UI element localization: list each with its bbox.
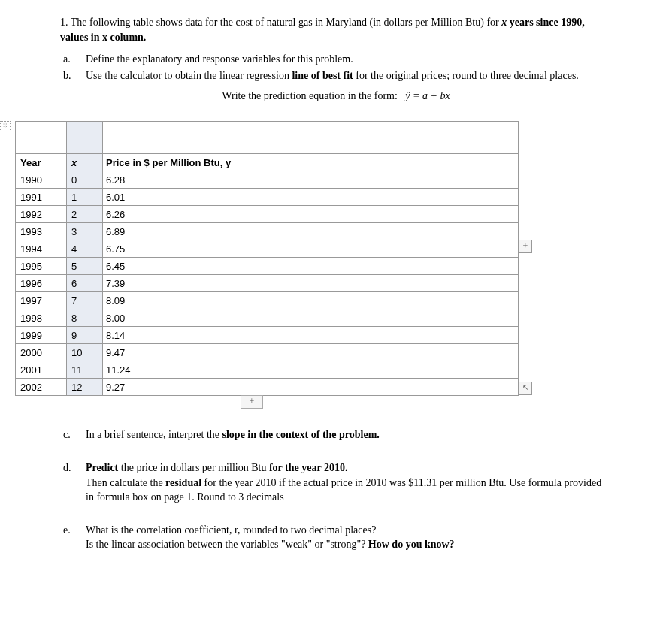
cell-year: 1994 (16, 240, 67, 258)
cell-price: 8.00 (103, 309, 519, 327)
cell-x: 4 (67, 240, 103, 258)
table-row: 199667.39 (16, 275, 519, 292)
questions-lower: c. In a brief sentence, interpret the sl… (60, 427, 612, 552)
cell-x: 2 (67, 206, 103, 223)
d-bold2: for the year 2010. (269, 462, 347, 473)
cell-year: 1999 (16, 327, 67, 344)
table-row: 199006.28 (16, 171, 519, 189)
d-bold1: Predict (86, 462, 118, 473)
data-table: Year x Price in $ per Million Btu, y 199… (15, 121, 519, 396)
cell-price: 9.27 (103, 379, 519, 396)
b-text-a: Use the calculator to obtain the linear … (86, 70, 292, 81)
cell-price: 6.45 (103, 258, 519, 275)
table-row: 199226.26 (16, 206, 519, 223)
cell-price: 6.89 (103, 223, 519, 240)
table-row: 199336.89 (16, 223, 519, 240)
table-row: 199778.09 (16, 292, 519, 309)
item-b: b. Use the calculator to obtain the line… (60, 68, 612, 83)
cell-price: 6.28 (103, 171, 519, 189)
e-bold: How do you know? (368, 539, 455, 550)
e-line2-a: Is the linear association between the va… (86, 539, 368, 550)
d-line2-a: Then calculate the (86, 477, 165, 488)
cell-x: 11 (67, 361, 103, 379)
cell-price: 7.39 (103, 275, 519, 292)
header-price: Price in $ per Million Btu, y (103, 154, 519, 171)
problem-intro: 1. The following table shows data for th… (60, 15, 612, 44)
cell-price: 9.47 (103, 344, 519, 361)
cell-price: 6.01 (103, 189, 519, 206)
cell-x: 9 (67, 327, 103, 344)
cell-price: 8.09 (103, 292, 519, 309)
letter-b: b. (60, 68, 86, 83)
letter-d: d. (60, 460, 86, 505)
cell-x: 1 (67, 189, 103, 206)
blank-cell (103, 122, 519, 154)
cell-x: 6 (67, 275, 103, 292)
intro-text-a: 1. The following table shows data for th… (60, 17, 501, 28)
cell-x: 0 (67, 171, 103, 189)
equation-line: Write the prediction equation in the for… (60, 90, 612, 102)
table-row: 199116.01 (16, 189, 519, 206)
cell-year: 1995 (16, 258, 67, 275)
content-d: Predict the price in dollars per million… (86, 460, 612, 505)
cell-year: 1998 (16, 309, 67, 327)
e-line1: What is the correlation coefficient, r, … (86, 524, 376, 536)
cell-year: 1996 (16, 275, 67, 292)
content-e: What is the correlation coefficient, r, … (86, 523, 612, 552)
eq-formula: ŷ = a + bx (405, 90, 450, 101)
cell-year: 1993 (16, 223, 67, 240)
content-a: Define the explanatory and response vari… (86, 52, 612, 67)
d-text-a: the price in dollars per million Btu (118, 462, 269, 473)
d-bold3: residual (165, 477, 201, 488)
content-b: Use the calculator to obtain the linear … (86, 68, 612, 83)
cell-x: 7 (67, 292, 103, 309)
move-handle-icon[interactable]: ⁜ (0, 121, 11, 131)
cell-year: 1997 (16, 292, 67, 309)
table-row: 199998.14 (16, 327, 519, 344)
header-x: x (67, 154, 103, 171)
cell-x: 12 (67, 379, 103, 396)
content-c: In a brief sentence, interpret the slope… (86, 427, 612, 442)
b-bold: line of best fit (292, 70, 353, 81)
blank-row (16, 122, 519, 154)
eq-text: Write the prediction equation in the for… (222, 90, 397, 101)
cell-price: 6.26 (103, 206, 519, 223)
cell-x: 3 (67, 223, 103, 240)
blank-cell (16, 122, 67, 154)
letter-a: a. (60, 52, 86, 67)
cell-year: 2000 (16, 344, 67, 361)
table-row: 2000109.47 (16, 344, 519, 361)
cell-year: 1992 (16, 206, 67, 223)
sub-list-top: a. Define the explanatory and response v… (60, 52, 612, 83)
table-row: 2002129.27 (16, 379, 519, 396)
table-row: 199556.45 (16, 258, 519, 275)
cell-price: 8.14 (103, 327, 519, 344)
add-column-icon[interactable]: + (519, 240, 532, 253)
letter-e: e. (60, 523, 86, 552)
b-text-b: for the original prices; round to three … (353, 70, 579, 81)
cell-price: 11.24 (103, 361, 519, 379)
cell-year: 2002 (16, 379, 67, 396)
item-d: d. Predict the price in dollars per mill… (60, 460, 612, 505)
resize-handle-icon[interactable]: ↖ (519, 382, 532, 395)
cell-price: 6.75 (103, 240, 519, 258)
letter-c: c. (60, 427, 86, 442)
table-row: 20011111.24 (16, 361, 519, 379)
table-wrap: ⁜ Year x Price in $ per Million Btu, y 1… (15, 121, 612, 409)
cell-year: 1991 (16, 189, 67, 206)
cell-x: 5 (67, 258, 103, 275)
header-year: Year (16, 154, 67, 171)
table-row: 199888.00 (16, 309, 519, 327)
add-tab-icon[interactable]: + (241, 395, 263, 409)
item-c: c. In a brief sentence, interpret the sl… (60, 427, 612, 442)
cell-x: 8 (67, 309, 103, 327)
cell-x: 10 (67, 344, 103, 361)
c-text-a: In a brief sentence, interpret the (86, 429, 222, 440)
table-row: 199446.75 (16, 240, 519, 258)
cell-year: 1990 (16, 171, 67, 189)
header-row: Year x Price in $ per Million Btu, y (16, 154, 519, 171)
cell-year: 2001 (16, 361, 67, 379)
item-e: e. What is the correlation coefficient, … (60, 523, 612, 552)
blank-cell (67, 122, 103, 154)
c-bold: slope in the context of the problem. (222, 429, 380, 440)
